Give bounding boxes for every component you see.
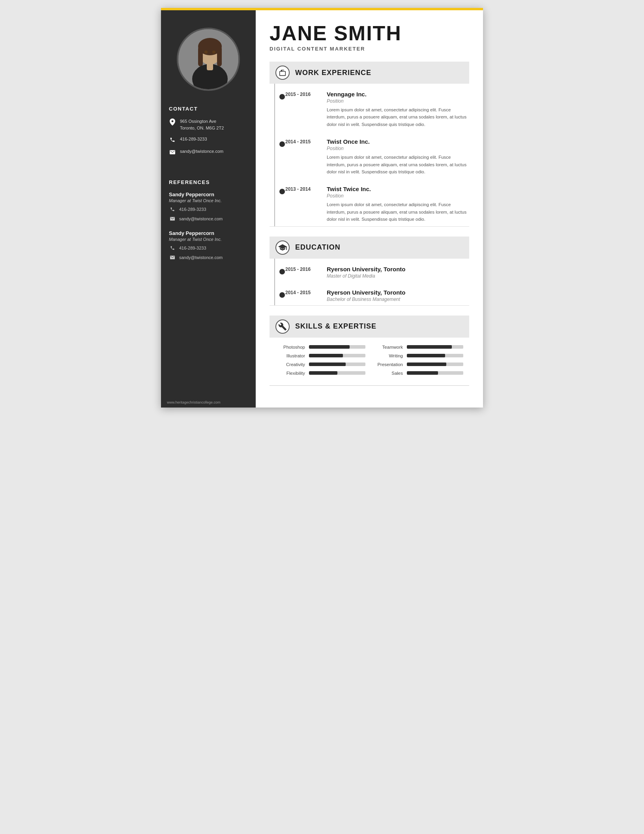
ref1-email-row: sandy@twistonce.com bbox=[169, 215, 248, 222]
ref2-name: Sandy Peppercorn bbox=[169, 230, 248, 236]
avatar-image bbox=[178, 28, 238, 91]
resume-document: CONTACT 965 Ossington Ave Toronto, ON. M… bbox=[161, 8, 483, 408]
work-date-1: 2015 - 2016 bbox=[285, 92, 319, 128]
skill-creativity: Creativity bbox=[275, 362, 365, 367]
work-body-3: Twist Twice Inc. Position Lorem ipsum do… bbox=[327, 186, 469, 223]
skill-creativity-bar-fill bbox=[309, 363, 346, 366]
skills-grid: Photoshop Illustrator Creativity bbox=[270, 338, 469, 385]
work-company-1: Venngage Inc. bbox=[327, 91, 469, 98]
avatar bbox=[177, 28, 240, 91]
work-desc-2: Lorem ipsum dolor sit amet, consectetur … bbox=[327, 154, 469, 175]
references-title: REFERENCES bbox=[169, 179, 248, 185]
ref1-phone-icon bbox=[169, 206, 176, 213]
work-date-2: 2014 - 2015 bbox=[285, 139, 319, 175]
contact-address: 965 Ossington Ave Toronto, ON. M6G 2T2 bbox=[169, 118, 248, 131]
location-icon bbox=[169, 118, 176, 126]
edu-body-1: Ryerson University, Toronto Master of Di… bbox=[327, 266, 469, 279]
work-experience-title: WORK EXPERIENCE bbox=[295, 69, 371, 77]
skill-teamwork-label: Teamwork bbox=[373, 345, 403, 349]
avatar-svg bbox=[178, 28, 238, 91]
work-position-2: Position bbox=[327, 146, 469, 151]
svg-rect-4 bbox=[217, 47, 222, 66]
work-position-1: Position bbox=[327, 98, 469, 104]
work-body-1: Venngage Inc. Position Lorem ipsum dolor… bbox=[327, 91, 469, 128]
skill-sales-bar-bg bbox=[407, 371, 463, 375]
skills-header: SKILLS & EXPERTISE bbox=[270, 316, 469, 338]
skill-presentation-bar-bg bbox=[407, 363, 463, 366]
skill-writing-bar-bg bbox=[407, 354, 463, 357]
work-date-3: 2013 - 2014 bbox=[285, 186, 319, 223]
references-section: REFERENCES Sandy Peppercorn Manager at T… bbox=[169, 176, 248, 269]
education-title: EDUCATION bbox=[295, 243, 341, 252]
work-timeline: 2015 - 2016 Venngage Inc. Position Lorem… bbox=[270, 84, 469, 227]
skill-writing-label: Writing bbox=[373, 353, 403, 358]
ref1-name: Sandy Peppercorn bbox=[169, 192, 248, 197]
edu-degree-2: Bachelor of Business Management bbox=[327, 297, 469, 302]
svg-rect-6 bbox=[207, 62, 213, 70]
ref2-email-row: sandy@twistonce.com bbox=[169, 254, 248, 261]
skill-creativity-bar-bg bbox=[309, 363, 365, 366]
skill-photoshop-label: Photoshop bbox=[275, 345, 305, 349]
edu-date-2: 2014 - 2015 bbox=[285, 290, 319, 302]
skill-illustrator-bar-bg bbox=[309, 354, 365, 357]
ref1-email-icon bbox=[169, 215, 176, 222]
person-title: DIGITAL CONTENT MARKETER bbox=[270, 46, 469, 52]
svg-point-8 bbox=[212, 51, 215, 54]
edu-institution-1: Ryerson University, Toronto bbox=[327, 266, 469, 272]
email-text: sandy@twistonce.com bbox=[180, 148, 223, 155]
phone-icon bbox=[169, 136, 176, 143]
skill-sales: Sales bbox=[373, 371, 463, 376]
education-section: EDUCATION 2015 - 2016 Ryerson University… bbox=[270, 237, 469, 306]
skill-illustrator-label: Illustrator bbox=[275, 353, 305, 358]
skills-title: SKILLS & EXPERTISE bbox=[295, 322, 376, 331]
work-position-3: Position bbox=[327, 193, 469, 199]
work-experience-section: WORK EXPERIENCE 2015 - 2016 Venngage Inc… bbox=[270, 62, 469, 227]
skills-bottom-line bbox=[270, 385, 469, 386]
skills-left-col: Photoshop Illustrator Creativity bbox=[275, 345, 365, 379]
contact-section: CONTACT 965 Ossington Ave Toronto, ON. M… bbox=[169, 103, 248, 160]
reference-item-2: Sandy Peppercorn Manager at Twist Once I… bbox=[169, 230, 248, 261]
edu-institution-2: Ryerson University, Toronto bbox=[327, 289, 469, 296]
edu-item-2: 2014 - 2015 Ryerson University, Toronto … bbox=[277, 282, 469, 305]
phone-text: 416-289-3233 bbox=[180, 136, 207, 143]
sidebar: CONTACT 965 Ossington Ave Toronto, ON. M… bbox=[161, 8, 256, 408]
work-item-2: 2014 - 2015 Twist Once Inc. Position Lor… bbox=[277, 131, 469, 178]
work-desc-1: Lorem ipsum dolor sit amet, consectetur … bbox=[327, 106, 469, 128]
person-name: JANE SMITH bbox=[270, 23, 469, 43]
work-desc-3: Lorem ipsum dolor sit amet, consectetur … bbox=[327, 201, 469, 223]
education-header: EDUCATION bbox=[270, 237, 469, 259]
skill-teamwork-bar-fill bbox=[407, 345, 452, 349]
work-item-1: 2015 - 2016 Venngage Inc. Position Lorem… bbox=[277, 84, 469, 131]
skill-sales-bar-fill bbox=[407, 371, 438, 375]
skill-flexibility-bar-fill bbox=[309, 371, 337, 375]
ref1-phone-text: 416-289-3233 bbox=[179, 207, 206, 212]
contact-title: CONTACT bbox=[169, 106, 248, 112]
svg-point-7 bbox=[204, 51, 208, 54]
skill-teamwork: Teamwork bbox=[373, 345, 463, 349]
skill-photoshop-bar-fill bbox=[309, 345, 350, 349]
skill-sales-label: Sales bbox=[373, 371, 403, 376]
reference-item-1: Sandy Peppercorn Manager at Twist Once I… bbox=[169, 192, 248, 222]
skill-creativity-label: Creativity bbox=[275, 362, 305, 367]
work-company-3: Twist Twice Inc. bbox=[327, 186, 469, 192]
skills-section: SKILLS & EXPERTISE Photoshop Illustrator bbox=[270, 316, 469, 386]
svg-rect-3 bbox=[198, 47, 203, 66]
skill-photoshop-bar-bg bbox=[309, 345, 365, 349]
edu-body-2: Ryerson University, Toronto Bachelor of … bbox=[327, 289, 469, 302]
main-content: JANE SMITH DIGITAL CONTENT MARKETER WORK… bbox=[256, 8, 483, 408]
work-experience-header: WORK EXPERIENCE bbox=[270, 62, 469, 84]
email-icon bbox=[169, 148, 176, 156]
skill-flexibility: Flexibility bbox=[275, 371, 365, 376]
contact-email: sandy@twistonce.com bbox=[169, 148, 248, 156]
work-item-3: 2013 - 2014 Twist Twice Inc. Position Lo… bbox=[277, 178, 469, 226]
graduation-icon bbox=[275, 240, 290, 255]
skill-illustrator-bar-fill bbox=[309, 354, 343, 357]
name-section: JANE SMITH DIGITAL CONTENT MARKETER bbox=[270, 23, 469, 52]
work-body-2: Twist Once Inc. Position Lorem ipsum dol… bbox=[327, 138, 469, 175]
skills-right-col: Teamwork Writing Presentation bbox=[373, 345, 463, 379]
skill-writing: Writing bbox=[373, 353, 463, 358]
watermark: www.heritagechristiancollege.com bbox=[167, 400, 221, 404]
skill-writing-bar-fill bbox=[407, 354, 445, 357]
edu-item-1: 2015 - 2016 Ryerson University, Toronto … bbox=[277, 259, 469, 282]
contact-phone: 416-289-3233 bbox=[169, 136, 248, 143]
